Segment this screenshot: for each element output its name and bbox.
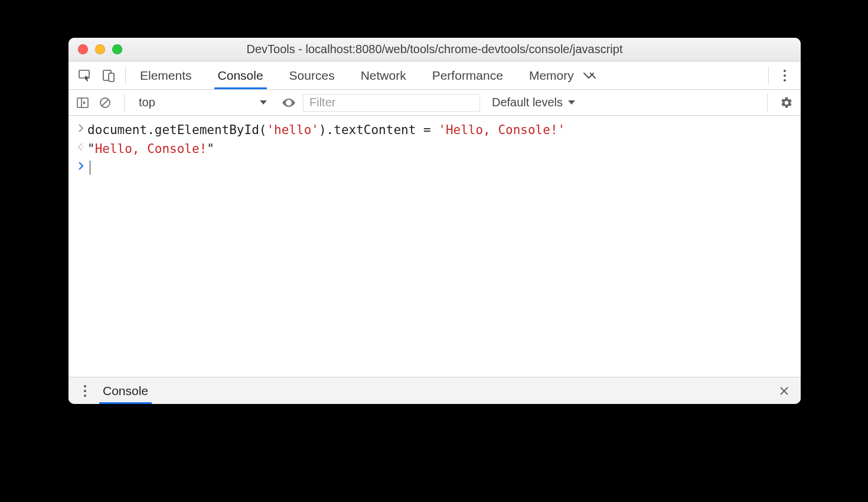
main-tabbar: Elements Console Sources Network Perform…	[68, 61, 801, 90]
svg-rect-2	[109, 73, 114, 82]
drawer: Console	[68, 377, 801, 404]
inspect-element-icon[interactable]	[73, 64, 97, 87]
tab-memory[interactable]: Memory	[526, 62, 577, 89]
console-input-row: document.getElementById('hello').textCon…	[68, 120, 801, 139]
window-title: DevTools - localhost:8080/web/tools/chro…	[68, 43, 801, 56]
more-tabs-icon[interactable]	[577, 70, 602, 81]
execution-context-select[interactable]: top	[135, 96, 271, 109]
execution-context-value: top	[139, 96, 155, 109]
filter-input[interactable]	[303, 94, 480, 112]
input-chevron-icon	[74, 123, 87, 132]
console-result-row: "Hello, Console!"	[68, 139, 801, 158]
drawer-close-icon[interactable]	[774, 386, 795, 396]
traffic-lights	[68, 44, 122, 54]
console-result-code: "Hello, Console!"	[87, 142, 214, 156]
clear-console-icon[interactable]	[97, 94, 113, 111]
tab-network[interactable]: Network	[357, 62, 410, 89]
prompt-chevron-icon	[74, 161, 87, 170]
console-settings-icon[interactable]	[778, 94, 795, 111]
separator	[767, 93, 768, 112]
tab-console[interactable]: Console	[214, 62, 267, 89]
separator	[124, 93, 125, 112]
panel-tabs: Elements Console Sources Network Perform…	[136, 62, 577, 89]
live-expression-icon[interactable]	[280, 94, 297, 111]
console-toolbar: top Default levels	[68, 90, 801, 116]
console-input-code: document.getElementById('hello').textCon…	[87, 123, 565, 137]
svg-point-8	[83, 146, 84, 148]
device-toolbar-icon[interactable]	[97, 64, 120, 87]
sidebar-toggle-icon[interactable]	[74, 94, 91, 111]
dropdown-caret-icon	[259, 100, 267, 106]
menu-icon[interactable]	[774, 70, 796, 82]
console-output[interactable]: document.getElementById('hello').textCon…	[68, 116, 801, 377]
drawer-tab-console[interactable]: Console	[99, 378, 152, 403]
log-levels-label: Default levels	[492, 96, 563, 109]
maximize-window-button[interactable]	[112, 44, 122, 54]
tab-elements[interactable]: Elements	[136, 62, 195, 89]
tab-sources[interactable]: Sources	[286, 62, 338, 89]
minimize-window-button[interactable]	[95, 44, 105, 54]
dropdown-caret-icon	[567, 100, 576, 106]
drawer-menu-icon[interactable]	[74, 385, 96, 397]
result-chevron-icon	[74, 142, 87, 151]
log-levels-select[interactable]: Default levels	[492, 96, 576, 109]
svg-line-6	[102, 99, 109, 106]
close-window-button[interactable]	[78, 44, 88, 54]
svg-rect-3	[77, 98, 88, 107]
tab-performance[interactable]: Performance	[429, 62, 507, 89]
separator	[125, 66, 126, 85]
console-prompt-input[interactable]	[87, 161, 90, 175]
svg-point-7	[288, 101, 291, 104]
titlebar: DevTools - localhost:8080/web/tools/chro…	[68, 38, 801, 61]
console-prompt-row[interactable]	[68, 158, 801, 178]
svg-rect-0	[79, 70, 89, 78]
separator	[768, 66, 769, 85]
devtools-window: DevTools - localhost:8080/web/tools/chro…	[68, 38, 801, 404]
